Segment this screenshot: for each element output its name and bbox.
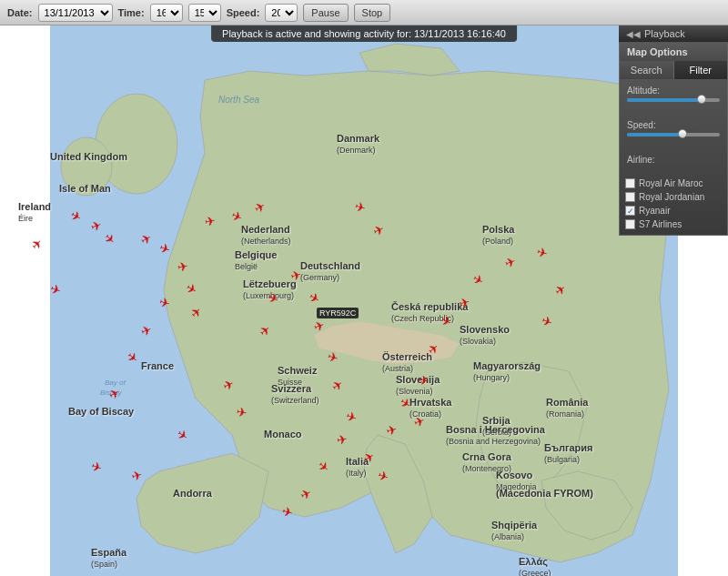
- date-select[interactable]: 13/11/2013: [38, 4, 113, 22]
- airline-checkbox[interactable]: ✓: [625, 206, 635, 216]
- time-label: Time:: [118, 7, 145, 18]
- playback-icon: ◀◀: [626, 29, 641, 39]
- airline-checkbox[interactable]: [625, 219, 635, 229]
- playback-indicator: ◀◀ Playback: [619, 25, 728, 43]
- tab-search[interactable]: Search: [620, 61, 674, 79]
- toolbar: Date: 13/11/2013 Time: 16 15 Speed: 20 P…: [0, 0, 728, 25]
- tab-filter[interactable]: Filter: [674, 61, 728, 79]
- map-options: Map Options Search Filter Altitude: Spee…: [619, 43, 728, 236]
- playback-label: Playback: [644, 28, 685, 39]
- airline-name: S7 Airlines: [639, 219, 682, 229]
- time-hour-select[interactable]: 16: [150, 4, 183, 22]
- map-options-title: Map Options: [620, 43, 727, 61]
- airline-name: Ryanair: [639, 206, 670, 216]
- plane-icon: ✈: [418, 373, 430, 388]
- altitude-slider[interactable]: [627, 98, 720, 102]
- plane-icon: ✈: [204, 214, 217, 228]
- airline-name: Royal Air Maroc: [639, 178, 703, 188]
- right-panel: ◀◀ Playback Map Options Search Filter Al…: [619, 25, 728, 236]
- svg-point-2: [61, 137, 112, 196]
- svg-text:North Sea: North Sea: [218, 95, 259, 105]
- date-label: Date:: [7, 7, 33, 18]
- plane-icon: ✈: [336, 432, 349, 447]
- speed-select[interactable]: 20: [265, 4, 298, 22]
- airline-list: Royal Air MarocRoyal Jordanian✓RyanairS7…: [620, 173, 727, 235]
- airline-item[interactable]: Royal Air Maroc: [625, 177, 722, 190]
- time-min-select[interactable]: 15: [188, 4, 221, 22]
- speed-filter-label: Speed:: [627, 120, 720, 130]
- status-text: Playback is active and showing activity …: [222, 28, 506, 39]
- tab-row: Search Filter: [620, 61, 727, 80]
- speed-section: Speed:: [620, 115, 727, 149]
- airline-item[interactable]: ✓Ryanair: [625, 204, 722, 217]
- airline-section: Airline:: [620, 149, 727, 173]
- altitude-section: Altitude:: [620, 80, 727, 115]
- status-bar: Playback is active and showing activity …: [211, 25, 517, 42]
- airline-item[interactable]: Royal Jordanian: [625, 190, 722, 204]
- airline-label: Airline:: [627, 155, 720, 165]
- speed-slider[interactable]: [627, 133, 720, 136]
- plane-icon: ✈: [236, 405, 248, 419]
- airline-item[interactable]: S7 Airlines: [625, 217, 722, 231]
- airline-checkbox[interactable]: [625, 178, 635, 188]
- speed-label: Speed:: [227, 7, 260, 18]
- airline-checkbox[interactable]: [625, 192, 635, 202]
- airline-name: Royal Jordanian: [639, 192, 704, 202]
- altitude-label: Altitude:: [627, 86, 720, 96]
- flight-label: RYR592C: [317, 308, 359, 318]
- plane-icon: ✈: [177, 259, 189, 274]
- pause-button[interactable]: Pause: [303, 4, 348, 22]
- stop-button[interactable]: Stop: [354, 4, 391, 22]
